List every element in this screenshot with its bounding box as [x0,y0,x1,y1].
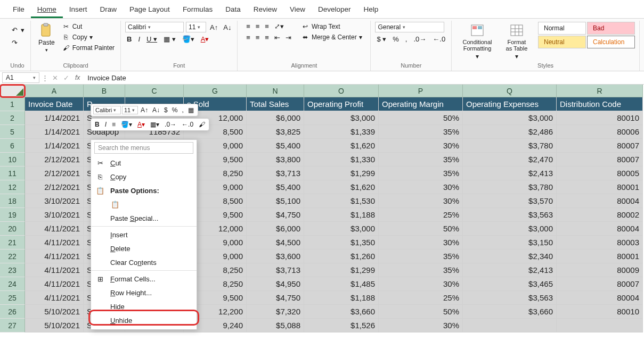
mini-dec-decimal-icon[interactable]: ←.0 [180,120,195,129]
cell[interactable]: 80007 [557,139,643,153]
mini-fill-icon[interactable]: 🪣▾ [119,120,134,129]
cell[interactable]: 1/14/2021 [25,111,84,125]
number-format-combo[interactable]: General▾ [375,22,444,32]
header-cell[interactable]: Operating Margin [379,97,463,111]
row-header[interactable]: 2 [0,111,25,125]
cell[interactable]: 3/10/2021 [25,208,84,222]
cancel-formula-icon[interactable]: ✕ [51,73,60,82]
ctx-delete[interactable]: Delete [91,242,197,255]
cell[interactable]: $6,000 [247,222,304,236]
cell[interactable]: 80004 [557,291,643,305]
cell[interactable]: $5,400 [247,139,304,153]
cell[interactable]: $1,350 [304,236,379,249]
cell[interactable]: $1,620 [304,180,379,194]
align-bottom-icon[interactable]: ≡ [263,22,271,31]
row-header[interactable]: 26 [0,305,25,319]
cell[interactable]: $4,950 [247,277,304,291]
cell[interactable]: 80010 [557,111,643,125]
cell[interactable]: 35% [379,153,463,167]
format-as-table-button[interactable]: Format as Table▾ [501,22,533,61]
cell[interactable]: $5,088 [247,319,304,332]
row-header[interactable]: 18 [0,194,25,208]
cell[interactable]: 30% [379,194,463,208]
cell[interactable]: 80001 [557,180,643,194]
cell[interactable]: $1,485 [304,277,379,291]
cell[interactable]: 4/11/2021 [25,291,84,305]
cell[interactable]: 2/12/2021 [25,180,84,194]
cell[interactable]: 4/11/2021 [25,263,84,277]
conditional-formatting-button[interactable]: Conditional Formatting▾ [456,22,499,61]
cell-style-bad[interactable]: Bad [587,22,635,35]
cell[interactable]: 30% [379,319,463,332]
cell[interactable]: 30% [379,180,463,194]
cell[interactable]: 80006 [557,125,643,139]
cell-style-calculation[interactable]: Calculation [587,36,635,48]
cell[interactable]: $3,660 [463,305,557,319]
mini-size-combo[interactable]: 11▾ [122,106,138,114]
cell[interactable]: 5/10/2021 [25,319,84,332]
enter-formula-icon[interactable]: ✓ [62,73,71,82]
align-middle-icon[interactable]: ≡ [254,22,262,31]
row-header[interactable]: 21 [0,236,25,249]
cell[interactable]: 50% [379,222,463,236]
ctx-insert[interactable]: Insert [91,228,197,242]
cell[interactable]: $6,000 [247,111,304,125]
mini-align-icon[interactable]: ≡ [110,120,117,129]
cell[interactable]: $3,000 [463,222,557,236]
header-cell[interactable]: Operating Expenses [463,97,557,111]
cell[interactable]: $3,660 [304,305,379,319]
ctx-unhide[interactable]: Unhide [91,313,197,327]
cell[interactable]: $1,299 [304,167,379,180]
align-center-icon[interactable]: ≡ [254,33,262,42]
formula-input[interactable]: Invoice Date [84,73,642,83]
col-header[interactable]: N [247,85,304,97]
decrease-decimal-icon[interactable]: ←.0 [431,35,447,44]
cell[interactable]: $3,825 [247,125,304,139]
row-header[interactable]: 20 [0,222,25,236]
fx-icon[interactable]: fx [73,74,82,81]
cell[interactable]: $3,600 [247,249,304,263]
row-header[interactable]: 6 [0,139,25,153]
col-header[interactable]: P [379,85,463,97]
cell[interactable]: 4/11/2021 [25,236,84,249]
underline-button[interactable]: U ▾ [145,35,159,44]
cell[interactable]: $2,470 [463,153,557,167]
header-cell[interactable]: Operating Profit [304,97,379,111]
cell[interactable]: $3,780 [463,180,557,194]
cell[interactable]: 80009 [557,263,643,277]
borders-button[interactable]: ▦ ▾ [162,35,177,44]
cell[interactable]: $4,750 [247,208,304,222]
col-header[interactable]: Q [463,85,557,97]
increase-font-icon[interactable]: A↑ [208,23,219,32]
cell[interactable]: $2,413 [463,167,557,180]
align-right-icon[interactable]: ≡ [263,33,271,42]
increase-decimal-icon[interactable]: .0→ [412,35,428,44]
row-header[interactable]: 24 [0,277,25,291]
name-box[interactable]: A1▾ [2,72,39,83]
tab-page-layout[interactable]: Page Layout [123,2,176,18]
row-header[interactable]: 22 [0,249,25,263]
font-name-combo[interactable]: Calibri▾ [125,22,184,32]
cell[interactable]: $1,299 [304,263,379,277]
mini-comma-icon[interactable]: , [180,106,185,114]
cell[interactable]: 4/11/2021 [25,249,84,263]
cell[interactable]: $7,320 [247,305,304,319]
col-header[interactable]: B [84,85,125,97]
col-header[interactable]: C [125,85,184,97]
bold-button[interactable]: B [125,35,133,44]
cell[interactable]: $1,526 [304,319,379,332]
cell[interactable]: 1/14/2021 [25,125,84,139]
cell[interactable]: $1,620 [304,139,379,153]
cell[interactable]: $3,780 [463,139,557,153]
comma-button[interactable]: , [404,35,409,44]
mini-borders-icon[interactable]: ▦▾ [149,120,161,129]
cell[interactable]: $3,570 [463,194,557,208]
cell[interactable]: 35% [379,263,463,277]
row-header[interactable]: 25 [0,291,25,305]
cell[interactable]: 1/14/2021 [25,139,84,153]
cell[interactable]: 25% [379,291,463,305]
decrease-font-icon[interactable]: A↓ [222,23,233,32]
ctx-cut[interactable]: ✂Cut [91,156,197,170]
header-cell[interactable]: Invoice Date [25,97,84,111]
col-header[interactable]: O [304,85,379,97]
